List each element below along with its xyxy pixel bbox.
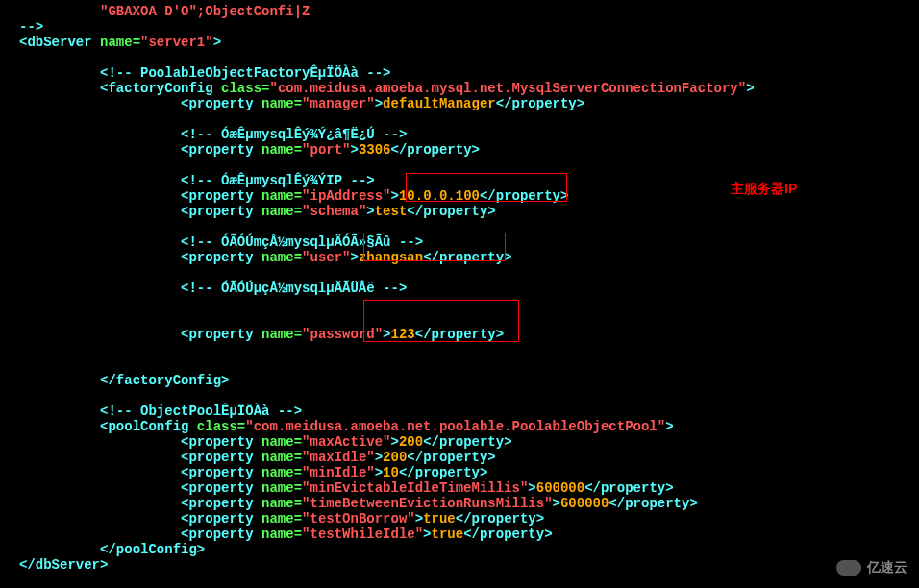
code-line: <!-- ÓæÊµmysqlÊý¾Ý¿â¶Ë¿Ú --> [19, 127, 900, 142]
code-line: <property name="maxActive">200</property… [19, 434, 900, 450]
watermark: 亿速云 [836, 559, 907, 576]
code-line: <!-- PoolableObjectFactoryÊµÏÖÀà --> [19, 65, 900, 81]
code-line: <property name="schema">test</property> [19, 204, 900, 219]
code-line: <property name="minEvictableIdleTimeMill… [19, 480, 900, 496]
code-line: <poolConfig class="com.meidusa.amoeba.ne… [19, 419, 900, 434]
code-line: <dbServer name="server1"> [19, 35, 900, 50]
annotation-master-server-ip: 主服务器IP [731, 181, 797, 198]
code-line: </poolConfig> [19, 542, 900, 557]
code-line: <property name="password">123</property> [19, 327, 900, 342]
code-line: <property name="testWhileIdle">true</pro… [19, 527, 900, 542]
code-line: <property name="manager">defaultManager<… [19, 96, 900, 111]
code-line: </factoryConfig> [19, 373, 900, 388]
code-line: <property name="minIdle">10</property> [19, 465, 900, 480]
code-line: <property name="testOnBorrow">true</prop… [19, 511, 900, 527]
watermark-text: 亿速云 [867, 559, 907, 576]
code-line: "GBAXOA D'O";ObjectConfi|Z [19, 4, 900, 19]
code-line: <property name="port">3306</property> [19, 142, 900, 158]
code-line: <property name="maxIdle">200</property> [19, 450, 900, 465]
code-line: <property name="user">zhangsan</property… [19, 250, 900, 265]
code-line: <factoryConfig class="com.meidusa.amoeba… [19, 81, 900, 96]
code-line: <!-- ObjectPoolÊµÏÖÀà --> [19, 404, 900, 419]
code-line: --> [19, 19, 900, 35]
cloud-icon [836, 560, 861, 576]
code-line: </dbServer> [19, 557, 900, 573]
code-line: <property name="timeBetweenEvictionRunsM… [19, 496, 900, 511]
code-line: <!-- ÓÃÓÚµçÅ½mysqlµÄÃÜÂë --> [19, 281, 900, 296]
code-line: <!-- ÓÃÓÚmçÅ½mysqlµÄÓÃ»§Ãû --> [19, 234, 900, 250]
